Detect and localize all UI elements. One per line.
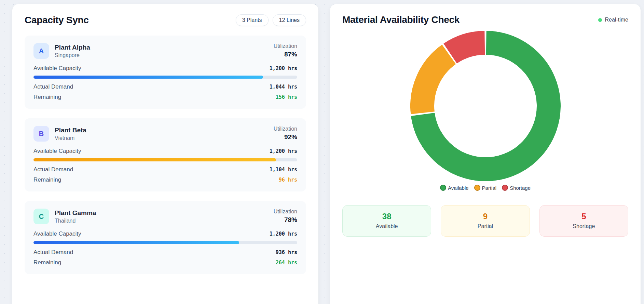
actual-demand-value: 1,044 hrs xyxy=(270,84,297,90)
donut-segment-shortage xyxy=(450,43,484,53)
capacity-progress-track xyxy=(33,76,297,79)
donut-chart-wrap xyxy=(342,31,628,181)
plant-identity: C Plant Gamma Thailand xyxy=(33,209,96,224)
capacity-bar-fill xyxy=(33,76,263,79)
realtime-status-dot-icon xyxy=(598,18,602,22)
stat-value: 5 xyxy=(543,212,625,221)
capacity-progress-track xyxy=(33,241,297,244)
stat-label: Available xyxy=(346,223,427,229)
plant-location: Thailand xyxy=(55,218,96,224)
plant-identity: B Plant Beta Vietnam xyxy=(33,126,86,142)
legend-dot-icon xyxy=(502,185,508,191)
actual-demand-label: Actual Demand xyxy=(33,83,73,90)
stat-value: 38 xyxy=(346,212,427,221)
available-capacity-value: 1,200 hrs xyxy=(270,231,297,237)
actual-demand-value: 936 hrs xyxy=(276,249,297,255)
plant-avatar: B xyxy=(33,126,49,142)
plant-head: C Plant Gamma Thailand Utilization 78% xyxy=(33,209,297,224)
legend-item-available: Available xyxy=(440,185,469,191)
plant-location: Singapore xyxy=(55,52,90,58)
available-capacity-value: 1,200 hrs xyxy=(270,65,297,71)
capacity-sync-card: Capacity Sync 3 Plants 12 Lines A Plant … xyxy=(12,4,318,304)
available-capacity-value: 1,200 hrs xyxy=(270,148,297,154)
availability-donut-chart xyxy=(410,31,561,181)
utilization-value: 87% xyxy=(274,51,297,58)
dashboard: Capacity Sync 3 Plants 12 Lines A Plant … xyxy=(0,0,644,304)
plant-card-gamma: C Plant Gamma Thailand Utilization 78% A… xyxy=(25,201,306,274)
legend-label: Partial xyxy=(482,185,497,191)
plant-identity: A Plant Alpha Singapore xyxy=(33,43,90,59)
material-availability-card: Material Availability Check Real-time Av… xyxy=(330,4,641,304)
utilization-label: Utilization xyxy=(274,126,297,132)
utilization-label: Utilization xyxy=(274,43,297,49)
actual-demand-label: Actual Demand xyxy=(33,249,73,256)
utilization-value: 92% xyxy=(274,133,297,141)
stat-label: Shortage xyxy=(543,223,625,229)
remaining-value: 96 hrs xyxy=(279,177,297,183)
available-capacity-label: Available Capacity xyxy=(33,148,81,155)
plant-head: B Plant Beta Vietnam Utilization 92% xyxy=(33,126,297,142)
legend-dot-icon xyxy=(474,185,480,191)
plant-avatar: C xyxy=(33,209,49,224)
legend-item-partial: Partial xyxy=(474,185,497,191)
remaining-label: Remaining xyxy=(33,259,61,266)
remaining-value: 156 hrs xyxy=(276,94,297,100)
capacity-sync-header: Capacity Sync 3 Plants 12 Lines xyxy=(25,14,306,26)
plant-card-beta: B Plant Beta Vietnam Utilization 92% Ava… xyxy=(25,118,306,191)
stat-box-shortage: 5 Shortage xyxy=(539,205,628,237)
stat-box-partial: 9 Partial xyxy=(441,205,530,237)
capacity-bar-fill xyxy=(33,158,276,161)
realtime-status: Real-time xyxy=(598,17,628,23)
actual-demand-value: 1,104 hrs xyxy=(270,167,297,173)
plant-avatar: A xyxy=(33,43,49,59)
actual-demand-label: Actual Demand xyxy=(33,166,73,173)
stat-label: Partial xyxy=(444,223,526,229)
plant-head: A Plant Alpha Singapore Utilization 87% xyxy=(33,43,297,59)
legend-label: Shortage xyxy=(510,185,531,191)
lines-count-badge: 12 Lines xyxy=(273,14,306,26)
utilization-label: Utilization xyxy=(274,209,297,215)
donut-segment-partial xyxy=(422,54,449,113)
plant-location: Vietnam xyxy=(55,135,86,141)
remaining-label: Remaining xyxy=(33,94,61,101)
realtime-status-label: Real-time xyxy=(605,17,628,23)
capacity-progress-track xyxy=(33,158,297,161)
legend-label: Available xyxy=(448,185,469,191)
donut-legend: AvailablePartialShortage xyxy=(342,185,628,191)
remaining-value: 264 hrs xyxy=(276,260,297,266)
material-availability-header: Material Availability Check Real-time xyxy=(342,14,628,25)
capacity-sync-title: Capacity Sync xyxy=(25,15,89,26)
plants-count-badge: 3 Plants xyxy=(236,14,269,26)
material-availability-title: Material Availability Check xyxy=(342,14,460,25)
plant-name: Plant Alpha xyxy=(55,44,90,51)
available-capacity-label: Available Capacity xyxy=(33,65,81,72)
stat-value: 9 xyxy=(444,212,526,221)
capacity-badges: 3 Plants 12 Lines xyxy=(236,14,306,26)
plant-name: Plant Beta xyxy=(55,127,86,134)
legend-item-shortage: Shortage xyxy=(502,185,531,191)
plant-name: Plant Gamma xyxy=(55,209,96,217)
stat-box-available: 38 Available xyxy=(342,205,431,237)
availability-stats: 38 Available 9 Partial 5 Shortage xyxy=(342,205,628,237)
legend-dot-icon xyxy=(440,185,446,191)
remaining-label: Remaining xyxy=(33,176,61,183)
available-capacity-label: Available Capacity xyxy=(33,230,81,237)
utilization-value: 78% xyxy=(274,216,297,224)
plant-card-alpha: A Plant Alpha Singapore Utilization 87% … xyxy=(25,36,306,109)
capacity-bar-fill xyxy=(33,241,239,244)
